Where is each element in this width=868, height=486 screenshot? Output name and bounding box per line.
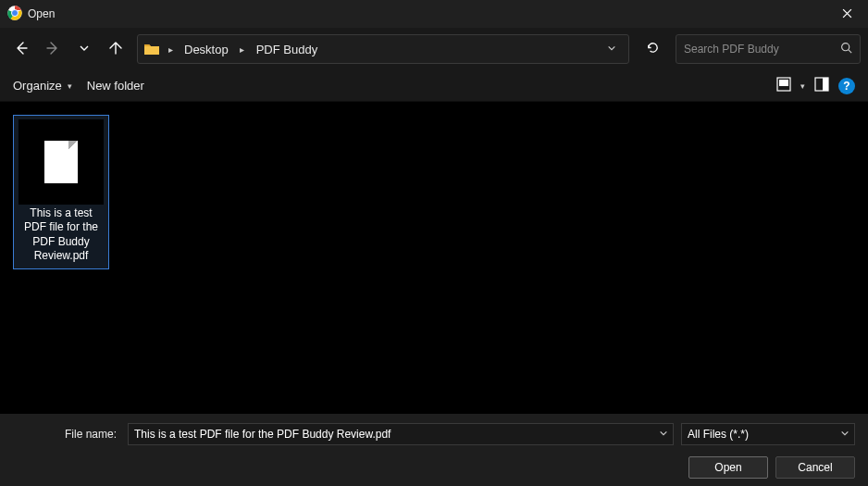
svg-point-3 bbox=[842, 44, 849, 51]
search-box[interactable] bbox=[676, 34, 861, 64]
help-icon: ? bbox=[843, 80, 849, 93]
titlebar: Open bbox=[0, 0, 868, 28]
chevron-down-icon[interactable] bbox=[659, 429, 668, 440]
up-button[interactable] bbox=[102, 35, 130, 63]
help-button[interactable]: ? bbox=[838, 78, 855, 94]
file-type-filter-value: All Files (*.*) bbox=[681, 423, 855, 445]
organize-label: Organize bbox=[13, 79, 62, 93]
search-icon bbox=[840, 42, 852, 56]
new-folder-button[interactable]: New folder bbox=[87, 79, 144, 93]
arrow-left-icon bbox=[14, 41, 29, 58]
chrome-icon bbox=[7, 6, 22, 23]
filename-input[interactable] bbox=[128, 423, 674, 445]
breadcrumb-separator: ▸ bbox=[164, 44, 177, 55]
close-button[interactable] bbox=[825, 0, 868, 28]
nav-row: ▸ Desktop ▸ PDF Buddy bbox=[0, 28, 868, 70]
bottom-panel: File name: All Files (*.*) Open Cancel bbox=[0, 414, 868, 486]
refresh-icon bbox=[646, 41, 660, 57]
arrow-up-icon bbox=[108, 41, 123, 58]
arrow-right-icon bbox=[45, 41, 60, 58]
chevron-down-icon[interactable]: ▾ bbox=[800, 81, 805, 91]
svg-rect-7 bbox=[823, 78, 828, 91]
close-icon bbox=[842, 6, 852, 21]
file-type-filter[interactable]: All Files (*.*) bbox=[681, 423, 855, 445]
open-button-label: Open bbox=[714, 461, 741, 474]
preview-pane-button[interactable] bbox=[812, 77, 831, 95]
back-button[interactable] bbox=[7, 35, 35, 63]
organize-menu[interactable]: Organize ▾ bbox=[13, 79, 72, 93]
view-mode-button[interactable] bbox=[775, 77, 793, 95]
folder-icon bbox=[143, 41, 160, 57]
document-icon bbox=[44, 141, 78, 183]
file-list-area[interactable]: This is a test PDF file for the PDF Budd… bbox=[0, 102, 868, 414]
refresh-button[interactable] bbox=[639, 35, 666, 63]
file-thumbnail bbox=[19, 119, 104, 205]
file-item[interactable]: This is a test PDF file for the PDF Budd… bbox=[13, 115, 109, 269]
preview-pane-icon bbox=[814, 77, 829, 94]
chevron-down-icon: ▾ bbox=[68, 81, 72, 91]
cancel-button-label: Cancel bbox=[798, 461, 832, 474]
cancel-button[interactable]: Cancel bbox=[775, 456, 855, 479]
breadcrumb-item-pdfbuddy[interactable]: PDF Buddy bbox=[253, 43, 321, 56]
recent-locations-button[interactable] bbox=[70, 35, 98, 63]
toolbar-row: Organize ▾ New folder ▾ ? bbox=[0, 70, 868, 102]
filename-label: File name: bbox=[13, 428, 120, 441]
breadcrumb-bar[interactable]: ▸ Desktop ▸ PDF Buddy bbox=[137, 34, 629, 64]
svg-rect-5 bbox=[779, 80, 788, 86]
breadcrumb-separator: ▸ bbox=[236, 44, 249, 55]
chevron-down-icon bbox=[79, 43, 90, 56]
forward-button[interactable] bbox=[39, 35, 67, 63]
file-name-label: This is a test PDF file for the PDF Budd… bbox=[18, 206, 105, 263]
view-grid-icon bbox=[776, 77, 791, 94]
new-folder-label: New folder bbox=[87, 79, 144, 93]
search-input[interactable] bbox=[684, 43, 837, 56]
breadcrumb-dropdown[interactable] bbox=[601, 44, 623, 55]
dialog-title: Open bbox=[28, 7, 55, 20]
filename-combobox[interactable] bbox=[128, 423, 674, 445]
open-button[interactable]: Open bbox=[688, 456, 768, 479]
chevron-down-icon[interactable] bbox=[840, 429, 849, 440]
breadcrumb-item-desktop[interactable]: Desktop bbox=[180, 43, 232, 56]
